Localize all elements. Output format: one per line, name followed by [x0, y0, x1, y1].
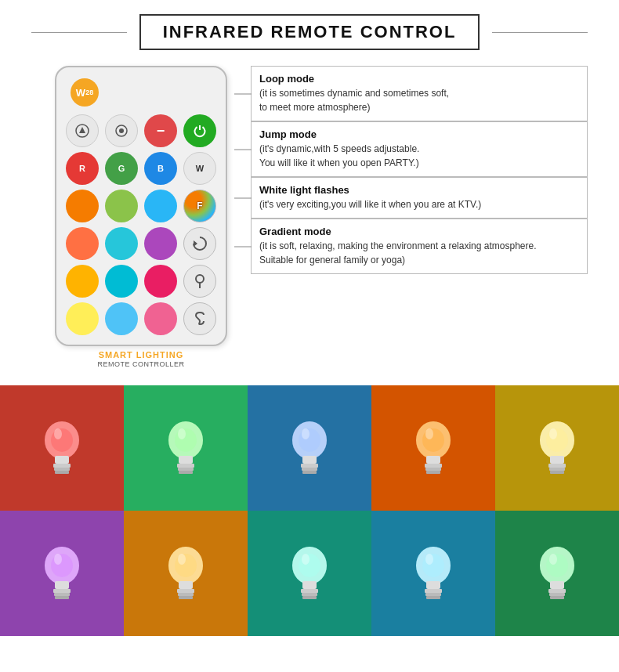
color-lime-btn[interactable]	[105, 190, 138, 222]
minus-button[interactable]: −	[144, 114, 177, 147]
b-button[interactable]: B	[144, 152, 177, 185]
header-line-left	[31, 32, 127, 33]
svg-rect-9	[55, 456, 69, 464]
svg-rect-28	[302, 471, 317, 474]
descriptions-col: Loop mode (it is sometimes dynamic and s…	[251, 66, 588, 274]
svg-point-70	[302, 554, 310, 565]
desc-jump-text: (it's dynamic,with 5 speeds adjustable.Y…	[259, 142, 579, 170]
mode-button[interactable]	[105, 114, 138, 147]
svg-rect-82	[548, 589, 566, 593]
cell-teal	[248, 511, 371, 636]
svg-rect-17	[179, 456, 193, 464]
f-button[interactable]: F	[183, 190, 216, 222]
header-title: INFRARED REMOTE CONTROL	[163, 22, 457, 42]
svg-rect-41	[550, 456, 564, 464]
svg-point-14	[54, 428, 62, 439]
color-hotpink-btn[interactable]	[144, 302, 177, 335]
color-amber-btn[interactable]	[66, 265, 99, 298]
svg-rect-76	[426, 596, 440, 599]
desc-gradient-title: Gradient mode	[259, 226, 579, 237]
cell-lime	[495, 511, 619, 636]
svg-rect-67	[302, 593, 317, 596]
bulb-svg-0	[34, 410, 89, 485]
svg-point-54	[54, 554, 62, 565]
remote-logo: W28	[71, 78, 99, 107]
svg-point-45	[546, 428, 568, 452]
color-lightblue-btn[interactable]	[105, 302, 138, 335]
desc-white-text: (it's very exciting,you will like it whe…	[259, 197, 579, 211]
bulb-svg-2	[282, 410, 337, 485]
svg-rect-84	[550, 596, 564, 599]
desc-white-title: White light flashes	[259, 184, 579, 196]
color-pink-btn[interactable]	[144, 265, 177, 298]
w-button[interactable]: W	[183, 152, 216, 185]
s-button1[interactable]	[183, 227, 216, 260]
btn-row-4	[66, 227, 216, 260]
svg-rect-42	[548, 464, 566, 468]
btn-row-3: F	[66, 190, 216, 222]
up-button[interactable]	[66, 114, 99, 147]
cell-cyan	[371, 511, 495, 636]
svg-point-77	[422, 554, 444, 577]
color-teal-btn[interactable]	[105, 227, 138, 260]
btn-row-rgbw: R G B W	[66, 152, 216, 185]
svg-rect-36	[426, 471, 440, 474]
svg-rect-34	[425, 464, 442, 468]
svg-rect-81	[550, 581, 564, 589]
desc-gradient-mode: Gradient mode (it is soft, relaxing, mak…	[251, 219, 588, 274]
svg-rect-20	[179, 471, 193, 474]
power-button[interactable]	[183, 114, 216, 147]
connector-1	[234, 93, 252, 94]
svg-rect-43	[549, 468, 565, 471]
svg-rect-19	[178, 468, 194, 471]
remote-label-sub: REMOTE CONTROLLER	[97, 360, 184, 370]
svg-rect-74	[425, 589, 442, 593]
bulb-svg-7	[282, 536, 337, 610]
svg-rect-75	[425, 593, 441, 596]
s-button2[interactable]	[183, 302, 216, 335]
svg-point-30	[302, 428, 310, 439]
svg-rect-51	[54, 593, 70, 596]
svg-point-13	[51, 428, 73, 452]
logo-sup: 28	[85, 89, 93, 96]
svg-rect-50	[53, 589, 71, 593]
color-yellow-btn[interactable]	[66, 302, 99, 335]
color-cyan-btn[interactable]	[105, 265, 138, 298]
svg-point-53	[51, 554, 73, 577]
svg-rect-65	[302, 581, 317, 589]
g-button[interactable]: G	[105, 152, 138, 185]
cell-green	[124, 385, 248, 511]
svg-rect-68	[302, 596, 317, 599]
svg-rect-12	[55, 471, 69, 474]
svg-point-5	[196, 275, 204, 283]
desc-loop-text: (it is sometimes dynamic and sometimes s…	[259, 86, 579, 114]
color-orange-btn[interactable]	[66, 190, 99, 222]
color-purple-btn[interactable]	[144, 227, 177, 260]
svg-point-61	[175, 554, 197, 577]
svg-point-22	[178, 428, 186, 439]
bulb-svg-1	[158, 410, 213, 485]
header-section: INFRARED REMOTE CONTROL	[0, 0, 619, 58]
cell-purple	[0, 511, 124, 636]
svg-point-29	[299, 428, 320, 452]
remote-label-main: SMART LIGHTING	[97, 349, 184, 360]
desc-gradient-text: (it is soft, relaxing, making the enviro…	[259, 239, 579, 267]
connector-3	[234, 197, 252, 198]
r-button[interactable]: R	[66, 152, 99, 185]
color-sky-btn[interactable]	[144, 190, 177, 222]
cell-yellow	[495, 385, 619, 511]
header-title-box: INFRARED REMOTE CONTROL	[139, 14, 480, 50]
svg-point-38	[425, 428, 433, 439]
btn-row-6	[66, 302, 216, 335]
bulb-grid	[0, 385, 619, 636]
svg-rect-26	[301, 464, 318, 468]
color-orange2-btn[interactable]	[66, 227, 99, 260]
svg-rect-35	[425, 468, 441, 471]
cell-red	[0, 385, 124, 511]
svg-rect-25	[302, 456, 317, 464]
p-button[interactable]	[183, 265, 216, 298]
svg-rect-27	[302, 468, 317, 471]
desc-loop-mode: Loop mode (it is sometimes dynamic and s…	[251, 66, 588, 121]
svg-rect-44	[550, 471, 564, 474]
svg-point-69	[299, 554, 320, 577]
